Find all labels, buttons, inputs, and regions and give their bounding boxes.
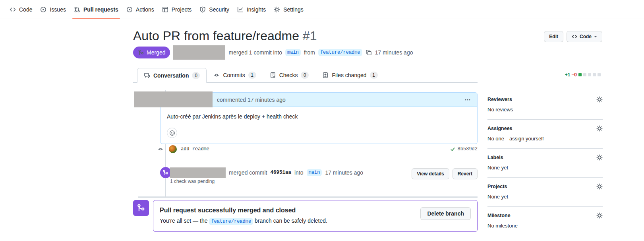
code-dropdown-button[interactable]: Code <box>567 31 602 42</box>
code-icon <box>572 34 577 39</box>
merge-time: 17 minutes ago <box>325 169 363 176</box>
nav-item-pull-requests[interactable]: Pull requests <box>70 0 122 19</box>
merged-commit-hash-link[interactable]: 46951aa <box>270 170 291 175</box>
tab-conversation[interactable]: Conversation 0 <box>137 68 207 83</box>
nav-item-security[interactable]: Security <box>195 0 233 19</box>
sidebar-section-assignees: Assignees No one—assign yourself <box>487 120 603 149</box>
deletable-branch-label[interactable]: feature/readme <box>209 218 253 225</box>
merged-status-badge: Merged <box>133 47 170 58</box>
sidebar-section-labels: Labels None yet <box>487 149 603 178</box>
assignees-value: No one—assign yourself <box>487 136 603 142</box>
diff-block-neutral <box>598 73 601 76</box>
nav-item-insights[interactable]: Insights <box>233 0 270 19</box>
chevron-down-icon <box>594 36 597 37</box>
additions-count: +1 <box>565 72 571 78</box>
nav-label: Actions <box>136 6 154 13</box>
tab-count: 0 <box>301 72 309 79</box>
merged-banner-icon <box>133 200 149 216</box>
diff-block-neutral <box>588 73 591 76</box>
reviewers-title: Reviewers <box>487 97 512 102</box>
pull-request-page: Code Issues Pull requests Actions Projec… <box>0 0 644 241</box>
assignees-title: Assignees <box>487 126 512 131</box>
nav-item-projects[interactable]: Projects <box>158 0 196 19</box>
tab-count: 1 <box>370 72 378 79</box>
merge-event-text: merged commit 46951aa into main 17 minut… <box>170 167 363 178</box>
revert-button[interactable]: Revert <box>453 168 478 179</box>
nav-label: Pull requests <box>83 6 118 13</box>
nav-label: Settings <box>283 6 304 13</box>
edit-button[interactable]: Edit <box>544 31 563 42</box>
nav-item-actions[interactable]: Actions <box>122 0 158 19</box>
redacted-author-block <box>173 45 225 60</box>
conversation-timeline: commented 17 minutes ago Auto-créé par J… <box>133 90 478 196</box>
tab-checks[interactable]: Checks 0 <box>263 68 316 82</box>
projects-value: None yet <box>487 194 603 200</box>
gear-icon[interactable] <box>596 212 603 219</box>
play-icon <box>126 6 133 13</box>
gear-icon[interactable] <box>596 183 603 190</box>
commit-status-and-hash: 8b589d2 <box>450 146 478 152</box>
timeline-actions-separator <box>138 196 478 198</box>
pr-number: #1 <box>303 29 317 43</box>
graph-icon <box>237 6 244 13</box>
copy-icon[interactable] <box>366 49 372 56</box>
kebab-menu-icon[interactable] <box>464 97 471 103</box>
labels-title: Labels <box>487 155 503 160</box>
pr-tabs: Conversation 0 Commits 1 Checks 0 Files … <box>133 68 478 83</box>
shield-icon <box>199 6 206 13</box>
commit-message-link[interactable]: add readme <box>181 146 209 152</box>
header-actions: Edit Code <box>544 31 602 42</box>
pr-title: Auto PR from feature/readme #1 <box>133 28 317 44</box>
nav-item-settings[interactable]: Settings <box>270 0 307 19</box>
nav-label: Insights <box>247 6 266 13</box>
git-merge-icon <box>162 169 169 176</box>
git-merge-icon <box>138 49 144 56</box>
byline-from-text: from <box>304 49 315 56</box>
nav-label: Code <box>19 6 32 13</box>
check-icon <box>450 147 455 152</box>
merge-event-actions: View details Revert <box>412 168 478 179</box>
byline-merged-text: merged 1 commit into <box>228 49 282 56</box>
delete-branch-button[interactable]: Delete branch <box>420 207 471 220</box>
redacted-commenter-block <box>134 91 213 107</box>
head-branch-label[interactable]: feature/readme <box>318 49 362 56</box>
nav-item-code[interactable]: Code <box>6 0 36 19</box>
redacted-merger-block <box>170 167 226 178</box>
nav-label: Security <box>209 6 229 13</box>
merged-banner: Pull request successfully merged and clo… <box>153 200 478 232</box>
avatar[interactable] <box>169 145 177 153</box>
base-branch-label[interactable]: main <box>285 49 301 56</box>
commit-hash-link[interactable]: 8b589d2 <box>458 146 478 152</box>
tab-count: 1 <box>248 72 256 79</box>
tab-commits[interactable]: Commits 1 <box>207 68 263 82</box>
projects-title: Projects <box>487 184 507 189</box>
nav-item-issues[interactable]: Issues <box>36 0 70 19</box>
pr-title-text: Auto PR from feature/readme <box>133 29 299 43</box>
code-icon <box>10 6 16 13</box>
table-icon <box>162 6 168 13</box>
sidebar-section-reviewers: Reviewers No reviews <box>487 91 603 120</box>
git-merge-badge-icon <box>160 167 171 178</box>
milestone-title: Milestone <box>487 213 511 218</box>
diff-block-neutral <box>593 73 596 76</box>
diffstat: +1 −0 <box>565 72 601 78</box>
assign-yourself-link[interactable]: assign yourself <box>509 136 544 142</box>
comment-header-text: commented 17 minutes ago <box>217 97 286 103</box>
view-details-button[interactable]: View details <box>412 168 449 179</box>
reviewers-value: No reviews <box>487 107 603 113</box>
gear-icon[interactable] <box>596 154 603 161</box>
repo-nav: Code Issues Pull requests Actions Projec… <box>0 0 644 19</box>
gear-icon[interactable] <box>596 125 603 132</box>
git-commit-icon <box>213 72 220 78</box>
add-reaction-button[interactable] <box>167 128 177 138</box>
gear-icon[interactable] <box>596 96 603 103</box>
merge-text-before: merged commit <box>229 169 267 176</box>
gear-icon <box>274 6 280 13</box>
tab-files-changed[interactable]: Files changed 1 <box>315 68 384 82</box>
file-diff-icon <box>322 72 329 78</box>
nav-label: Issues <box>50 6 66 13</box>
sidebar-section-milestone: Milestone No milestone <box>487 207 603 235</box>
checklist-icon <box>270 72 276 78</box>
milestone-value: No milestone <box>487 223 603 229</box>
merge-base-branch-label[interactable]: main <box>307 169 322 176</box>
